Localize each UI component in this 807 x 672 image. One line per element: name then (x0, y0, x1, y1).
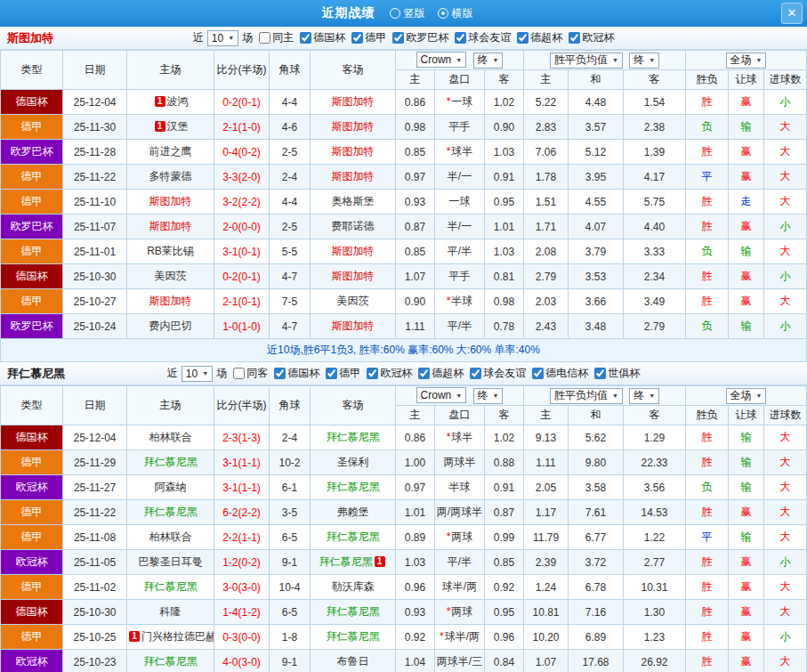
home-odds-cell: 0.92 (396, 625, 435, 650)
checkbox-input[interactable] (594, 368, 606, 379)
odds-header: Crown 终 (396, 386, 524, 406)
home-odds-cell: 0.86 (396, 425, 435, 450)
avg-home-cell: 1.07 (524, 650, 569, 672)
handicap-cell: 半/一 (435, 165, 485, 190)
checkbox-label: 球会友谊 (483, 366, 526, 381)
match-count-select[interactable]: 10 (182, 366, 213, 382)
checkbox-input[interactable] (274, 368, 286, 379)
result-wdl-cell: 负 (686, 314, 729, 339)
corner-cell: 10-4 (270, 575, 311, 600)
result-wdl-cell: 胜 (686, 90, 729, 115)
near-label: 近 (193, 30, 204, 45)
checkbox-input[interactable] (392, 32, 404, 44)
filter-checkbox-欧冠杯[interactable]: 欧冠杯 (367, 366, 412, 381)
layout-radio-horizontal[interactable]: 横版 (438, 6, 473, 21)
subcol-handicap: 盘口 (435, 70, 485, 90)
odds-final-select[interactable]: 终 (473, 53, 504, 69)
filter-checkbox-欧冠杯[interactable]: 欧冠杯 (569, 30, 614, 45)
checkbox-input[interactable] (532, 368, 544, 379)
result-wdl-cell: 胜 (686, 550, 729, 575)
score-cell: 4-0(3-0) (214, 650, 270, 672)
team-text: 圣保利 (337, 456, 369, 468)
filter-checkbox-德超杯[interactable]: 德超杯 (517, 30, 562, 45)
checkbox-input[interactable] (418, 368, 430, 379)
team-text: 汉堡 (167, 120, 189, 133)
checkbox-input[interactable] (569, 32, 580, 44)
avg-away-cell: 1.29 (624, 425, 686, 450)
league-type-cell: 德甲 (1, 165, 63, 190)
filter-checkbox-球会友谊[interactable]: 球会友谊 (470, 366, 526, 381)
checkbox-input[interactable] (300, 32, 311, 44)
checkbox-input[interactable] (233, 368, 245, 379)
subcol-handicap-result: 让球 (729, 406, 764, 425)
result-goals-cell: 大 (764, 165, 807, 190)
avg-draw-cell: 3.79 (569, 239, 624, 264)
layout-radio-vertical[interactable]: 竖版 (390, 6, 425, 21)
checkbox-input[interactable] (455, 32, 466, 44)
checkbox-label: 德超杯 (432, 366, 464, 381)
filter-checkbox-同客[interactable]: 同客 (233, 366, 268, 381)
filter-checkbox-德电信杯[interactable]: 德电信杯 (532, 366, 588, 381)
score-cell: 6-2(2-2) (214, 500, 270, 525)
score-cell: 0-2(0-1) (214, 90, 270, 115)
checkbox-input[interactable] (326, 368, 337, 379)
team-title: 斯图加特 (7, 30, 53, 46)
filter-checkbox-欧罗巴杯[interactable]: 欧罗巴杯 (392, 30, 448, 45)
avg-type-select[interactable]: 胜平负均值 (550, 388, 623, 404)
league-filter-group: 同主德国杯德甲欧罗巴杯球会友谊德超杯欧冠杯 (253, 30, 614, 45)
match-count-select[interactable]: 10 (207, 30, 238, 46)
filter-checkbox-德国杯[interactable]: 德国杯 (274, 366, 319, 381)
home-team-cell: 拜仁慕尼黑 (127, 450, 214, 475)
home-odds-cell: 0.87 (396, 215, 435, 239)
result-handicap-cell: 赢 (729, 264, 764, 289)
filter-checkbox-德甲[interactable]: 德甲 (351, 30, 386, 45)
filter-checkbox-德超杯[interactable]: 德超杯 (418, 366, 464, 381)
match-date-cell: 25-11-10 (63, 190, 127, 215)
match-date-cell: 25-10-27 (63, 289, 127, 314)
filter-checkbox-同主[interactable]: 同主 (259, 30, 294, 45)
checkbox-input[interactable] (259, 32, 270, 44)
subcol-avg-away: 客 (624, 70, 686, 90)
match-row: 欧冠杯25-11-05巴黎圣日耳曼1-2(0-2)9-1拜仁慕尼黑11.03平/… (1, 550, 807, 575)
match-date-cell: 25-12-04 (63, 425, 127, 450)
team-text: 拜仁慕尼黑 (144, 456, 198, 468)
result-wdl-cell: 胜 (686, 500, 729, 525)
result-goals-cell: 大 (764, 450, 807, 475)
match-row: 德国杯25-12-04柏林联合2-3(1-3)2-4拜仁慕尼黑0.86*球半1.… (1, 425, 807, 450)
scope-select[interactable]: 全场 (726, 388, 767, 404)
scope-select[interactable]: 全场 (726, 53, 767, 69)
checkbox-input[interactable] (470, 368, 481, 379)
home-odds-cell: 0.85 (396, 239, 435, 264)
result-goals-cell: 小 (764, 90, 807, 115)
odds-company-select[interactable]: Crown (416, 52, 467, 68)
match-date-cell: 25-11-07 (63, 215, 127, 239)
filter-checkbox-德国杯[interactable]: 德国杯 (300, 30, 345, 45)
match-date-cell: 25-10-24 (63, 314, 127, 339)
odds-company-select[interactable]: Crown (416, 387, 467, 403)
close-icon[interactable]: ✕ (781, 3, 803, 24)
filter-checkbox-德甲[interactable]: 德甲 (326, 366, 360, 381)
score-cell: 0-4(0-2) (214, 140, 270, 165)
avg-final-select[interactable]: 终 (629, 388, 659, 404)
avg-final-select[interactable]: 终 (629, 53, 659, 69)
away-team-cell: 拜仁慕尼黑 (311, 475, 396, 500)
away-team-cell: 勒沃库森 (311, 575, 396, 600)
checkbox-input[interactable] (517, 32, 529, 44)
score-cell: 3-2(2-2) (214, 190, 270, 215)
titlebar: 近期战绩 竖版 横版 ✕ (0, 0, 807, 27)
corner-cell: 6-5 (270, 600, 311, 625)
home-odds-cell: 0.93 (396, 190, 435, 215)
checkbox-input[interactable] (351, 32, 363, 44)
team-text: 布鲁日 (337, 655, 369, 668)
filter-checkbox-世俱杯[interactable]: 世俱杯 (594, 366, 640, 381)
odds-final-select[interactable]: 终 (473, 388, 504, 404)
fullmatch-header: 全场 (686, 386, 807, 406)
subcol-handicap: 盘口 (435, 406, 485, 425)
avg-draw-cell: 7.16 (569, 600, 624, 625)
away-team-cell: 斯图加特 (311, 90, 396, 115)
checkbox-label: 德超杯 (530, 30, 562, 45)
checkbox-input[interactable] (367, 368, 378, 379)
result-goals-cell: 大 (764, 115, 807, 140)
avg-type-select[interactable]: 胜平负均值 (550, 53, 623, 69)
filter-checkbox-球会友谊[interactable]: 球会友谊 (455, 30, 511, 45)
